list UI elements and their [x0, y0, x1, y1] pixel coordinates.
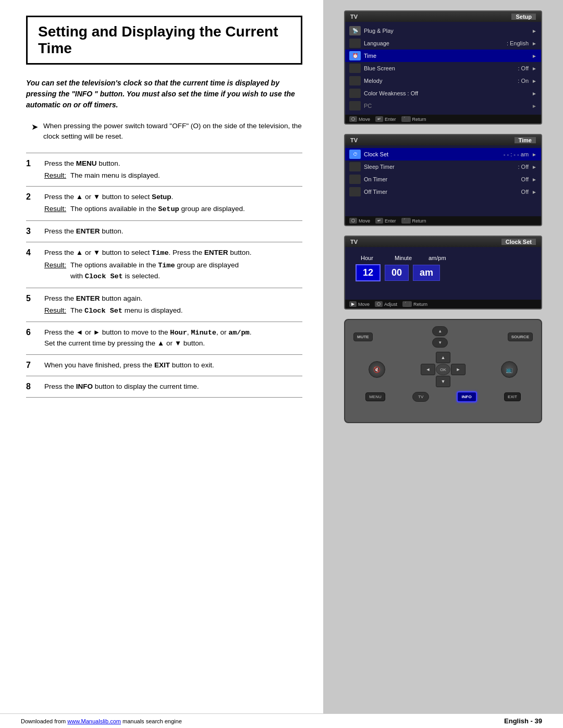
time-label: Time	[364, 53, 529, 59]
off-timer-label: Off Timer	[364, 189, 518, 195]
melody-label: Melody	[364, 78, 515, 84]
arrow-note: ➤ When pressing the power switch toward …	[26, 121, 302, 142]
clock-footer: ▶ Move ⬡ Adjust ⬛ Return	[345, 300, 541, 309]
footer-move: ⬡ Move	[349, 116, 370, 122]
time-arrow: ►	[532, 53, 537, 59]
melody-value: : On	[518, 78, 529, 84]
remote-control: MUTE ▲ ▼ SOURCE 🔇 ▲ ◄	[344, 319, 542, 423]
clock-set-value: - - : - - am	[504, 151, 529, 157]
right-sidebar: TV Setup 📡 Plug & Play ► Language : Engl…	[323, 0, 563, 728]
step-2-text: Press the ▲ or ▼ button to select Setup.	[44, 193, 173, 201]
mute-button[interactable]: MUTE	[353, 332, 373, 341]
clock-set-header: TV Clock Set	[345, 237, 541, 247]
step-1: 1 Press the MENU button. Result: The mai…	[26, 153, 302, 187]
setup-item-color-weakness: Color Weakness : Off ►	[345, 87, 541, 100]
step-5-content: Press the ENTER button again. Result: Th…	[44, 293, 302, 317]
minute-label: Minute	[395, 255, 418, 261]
down-button[interactable]: ▼	[432, 338, 448, 348]
steps-container: 1 Press the MENU button. Result: The mai…	[26, 153, 302, 398]
menu-button[interactable]: MENU	[365, 392, 385, 401]
info-button[interactable]: INFO	[457, 391, 477, 402]
ampm-value[interactable]: am	[413, 265, 440, 281]
result-text-2: The options available in the Setup group…	[70, 204, 245, 215]
off-timer-value: Off	[521, 189, 529, 195]
dpad-left[interactable]: ◄	[421, 364, 435, 375]
dpad-down[interactable]: ▼	[436, 376, 450, 387]
time-footer-enter: ↵ Enter	[375, 218, 396, 224]
icon-language	[349, 39, 361, 48]
setup-item-plug-play: 📡 Plug & Play ►	[345, 24, 541, 37]
tv-button[interactable]: TV	[412, 392, 429, 402]
clock-footer-move-label: Move	[358, 302, 370, 307]
note-text: When pressing the power switch toward "O…	[43, 121, 302, 142]
return-icon: ⬛	[401, 116, 411, 122]
step-number-2: 2	[26, 192, 36, 202]
time-return-icon: ⬛	[401, 218, 411, 224]
pc-arrow: ►	[532, 103, 537, 109]
setup-item-blue-screen: Blue Screen : Off ►	[345, 62, 541, 75]
step-7-text: When you have finished, press the EXIT b…	[44, 361, 214, 369]
step-8: 8 Press the INFO button to display the c…	[26, 376, 302, 398]
dpad: ▲ ◄ OK ► ▼	[421, 352, 466, 387]
source-button[interactable]: SOURCE	[508, 332, 533, 341]
footer-return: ⬛ Return	[401, 116, 426, 122]
step-5-text: Press the ENTER button again.	[44, 294, 142, 302]
setup-body: 📡 Plug & Play ► Language : English ► ⏰	[345, 22, 541, 115]
footer-move-label: Move	[359, 117, 370, 122]
step-1-content: Press the MENU button. Result: The main …	[44, 158, 302, 181]
clock-footer-adjust: ⬡ Adjust	[375, 301, 397, 307]
hour-value[interactable]: 12	[356, 264, 381, 281]
manualslib-link[interactable]: www.Manualslib.com	[67, 718, 121, 724]
time-move-icon: ⬡	[349, 218, 357, 224]
hour-label: Hour	[361, 255, 384, 261]
clock-footer-return-label: Return	[413, 302, 427, 307]
blue-screen-arrow: ►	[532, 66, 537, 71]
minute-value[interactable]: 00	[385, 265, 409, 281]
clock-footer-return: ⬛ Return	[402, 301, 427, 307]
dpad-right[interactable]: ►	[451, 364, 466, 375]
page-container: Setting and Displaying the Current Time …	[0, 0, 563, 728]
step-2: 2 Press the ▲ or ▼ button to select Setu…	[26, 187, 302, 221]
result-text-4: The options available in the Time group …	[70, 260, 239, 282]
time-item-clock-set: ⏱ Clock Set - - : - - am ►	[345, 148, 541, 161]
step-number-6: 6	[26, 328, 36, 337]
language-value: : English	[507, 40, 529, 46]
step-3-text: Press the ENTER button.	[44, 227, 124, 235]
clock-set-title: Clock Set	[501, 239, 536, 245]
step-2-result: Result: The options available in the Set…	[44, 204, 302, 215]
footer-enter-label: Enter	[385, 117, 396, 122]
blue-screen-value: : Off	[518, 65, 529, 71]
clock-adjust-icon: ⬡	[375, 301, 383, 307]
up-button[interactable]: ▲	[432, 326, 448, 336]
step-4-text: Press the ▲ or ▼ button to select Time. …	[44, 249, 252, 256]
step-8-content: Press the INFO button to display the cur…	[44, 381, 302, 392]
time-body: ⏱ Clock Set - - : - - am ► Sleep Timer :…	[345, 145, 541, 216]
arrow-icon: ➤	[31, 122, 38, 132]
step-5: 5 Press the ENTER button again. Result: …	[26, 288, 302, 323]
result-label-1: Result:	[44, 170, 66, 181]
icon-off-timer	[349, 187, 361, 196]
step-number-5: 5	[26, 294, 36, 303]
dpad-up[interactable]: ▲	[436, 352, 450, 363]
icon-sleep-timer	[349, 162, 361, 171]
step-number-8: 8	[26, 382, 36, 391]
setup-footer: ⬡ Move ↵ Enter ⬛ Return	[345, 115, 541, 124]
step-4-result: Result: The options available in the Tim…	[44, 260, 302, 282]
ampm-label: am/pm	[429, 255, 446, 261]
mute-circle-button[interactable]: 🔇	[369, 361, 385, 378]
dpad-center[interactable]: OK	[436, 364, 450, 375]
step-6: 6 Press the ◄ or ► button to move to the…	[26, 322, 302, 355]
icon-blue-screen	[349, 64, 361, 73]
footer-return-label: Return	[412, 117, 426, 122]
time-tv-label: TV	[350, 137, 358, 143]
icon-color-weakness	[349, 89, 361, 98]
vol-circle-button[interactable]: 📺	[501, 361, 518, 378]
footer-left: Downloaded from www.Manualslib.com manua…	[21, 718, 182, 724]
clock-return-icon: ⬛	[402, 301, 412, 307]
exit-button[interactable]: EXIT	[504, 392, 521, 401]
step-7-content: When you have finished, press the EXIT b…	[44, 360, 302, 371]
time-item-off-timer: Off Timer Off ►	[345, 186, 541, 198]
icon-time: ⏰	[349, 51, 361, 60]
time-title: Time	[515, 137, 536, 143]
footer-right: English - 39	[504, 717, 542, 725]
